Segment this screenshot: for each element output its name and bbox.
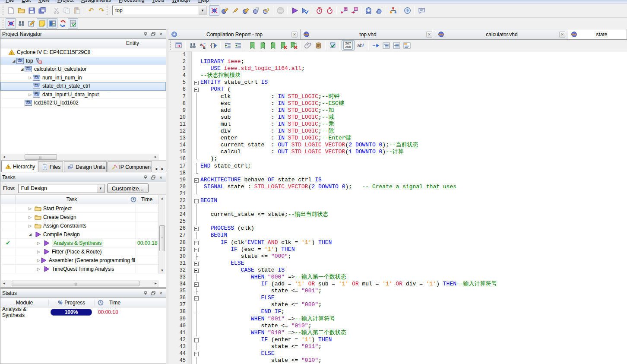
- attach-icon[interactable]: [303, 40, 313, 51]
- syntax-check-icon[interactable]: [327, 40, 338, 51]
- code-line-14[interactable]: 14 current_state : OUT STD_LOGIC_VECTOR(…: [168, 142, 627, 149]
- script-icon[interactable]: [313, 40, 323, 51]
- code-line-1[interactable]: 1: [168, 51, 627, 58]
- outline-2-icon[interactable]: [391, 40, 402, 51]
- toolbar-grip[interactable]: [107, 6, 108, 15]
- bookmark-prev-icon[interactable]: [268, 40, 278, 51]
- code-line-34[interactable]: 34 IF (add = '1' OR sub = '1' OR mul = '…: [168, 281, 627, 288]
- menu-item-file[interactable]: File: [2, 0, 18, 3]
- code-line-41[interactable]: 41 WHEN "010" =>--输入第二个数状态: [168, 329, 627, 336]
- tree-item-Cyclone IV E[interactable]: !Cyclone IV E: EP4CE115F29C8: [0, 48, 166, 57]
- code-line-6[interactable]: 6 PORT (: [168, 86, 627, 93]
- code-line-30[interactable]: 30 state <= "000";: [168, 253, 627, 260]
- code-line-15[interactable]: 15 calcul : OUT STD_LOGIC_VECTOR(1 DOWNT…: [168, 149, 627, 155]
- fold-marker[interactable]: [193, 350, 200, 357]
- module-column-header[interactable]: Module: [0, 300, 49, 306]
- menu-item-processing[interactable]: Processing: [115, 0, 148, 3]
- bookmark-del-all-icon[interactable]: [288, 40, 299, 51]
- replace-az-icon[interactable]: AB: [198, 40, 208, 51]
- cut-icon[interactable]: [51, 5, 61, 16]
- pin-icon[interactable]: [142, 174, 149, 180]
- code-editor[interactable]: 12LIBRARY ieee;3 USE ieee.std_logic_1164…: [168, 51, 627, 364]
- code-line-16[interactable]: 16 );: [168, 155, 627, 162]
- code-line-43[interactable]: 43 state <= "011";: [168, 343, 627, 350]
- fold-marker[interactable]: [193, 260, 200, 267]
- code-line-42[interactable]: 42 IF (enter = '1') THEN: [168, 336, 627, 343]
- expander-closed-icon[interactable]: ▷: [28, 206, 35, 211]
- code-line-21[interactable]: 21: [168, 190, 627, 197]
- code-line-29[interactable]: 29 IF (esc = '1') THEN: [168, 246, 627, 253]
- outline-1-icon[interactable]: [381, 40, 391, 51]
- bookmark-del-icon[interactable]: [278, 40, 288, 51]
- signal-tap-icon[interactable]: [374, 5, 384, 16]
- pin-icon[interactable]: [142, 290, 149, 296]
- task-row-assembler-generate-programming-files-[interactable]: ▷Assembler (Generate programming files): [1, 256, 165, 265]
- fold-marker[interactable]: [193, 267, 200, 274]
- unindent-icon[interactable]: [233, 40, 243, 51]
- float-icon[interactable]: [150, 174, 156, 180]
- task-row[interactable]: ▷: [1, 273, 165, 274]
- bookmark-next-icon[interactable]: [257, 40, 268, 51]
- code-line-7[interactable]: 7 clk : IN STD_LOGIC;--时钟: [168, 93, 627, 100]
- code-line-35[interactable]: 35 state <= "001";: [168, 288, 627, 294]
- chip-planner-icon[interactable]: [388, 5, 398, 16]
- code-line-24[interactable]: 24 current_state <= state;--输出当前状态: [168, 211, 627, 218]
- code-line-20[interactable]: 20 SIGNAL state : STD_LOGIC_VECTOR(2 DOW…: [168, 184, 627, 190]
- assignment-editor-icon[interactable]: [219, 5, 230, 16]
- expander-closed-icon[interactable]: ▷: [28, 76, 33, 80]
- tree-item-state_ctrl[interactable]: abcVHDstate_ctrl:i_state_ctrl: [0, 82, 166, 91]
- toolbar-grip[interactable]: [3, 6, 4, 15]
- copy-icon[interactable]: [61, 5, 72, 16]
- code-line-39[interactable]: 39 WHEN "001" =>--输入计算符号: [168, 316, 627, 323]
- task-column-header[interactable]: Task: [16, 196, 128, 203]
- customize-button[interactable]: Customize...: [107, 184, 149, 193]
- edit-pencil-icon[interactable]: [26, 18, 37, 28]
- stop-icon[interactable]: STOP: [275, 5, 285, 16]
- undo-icon[interactable]: ↶: [86, 5, 96, 16]
- task-row-compile-design[interactable]: ◢Compile Design: [1, 230, 165, 239]
- code-line-32[interactable]: 32 CASE state IS: [168, 267, 627, 274]
- chevron-down-icon[interactable]: ▼: [97, 184, 104, 193]
- redo-icon[interactable]: ↷: [96, 5, 107, 16]
- fold-marker[interactable]: [193, 239, 200, 246]
- tasks-vscrollbar[interactable]: ▲ ≡ ▼: [158, 195, 165, 274]
- feedback-icon[interactable]: [416, 5, 427, 16]
- code-line-23[interactable]: 23: [168, 204, 627, 211]
- tree-item-lcd1602[interactable]: abcVHDlcd1602:U_lcd1602: [0, 99, 166, 108]
- task-row-assign-constraints[interactable]: ▷Assign Constraints: [1, 222, 165, 230]
- menu-item-project[interactable]: Project: [54, 0, 77, 3]
- tab-scroll-right-icon[interactable]: ►: [159, 166, 166, 172]
- toolbar-grip[interactable]: [3, 19, 4, 28]
- time-column-header[interactable]: Time: [95, 299, 166, 306]
- notes-icon[interactable]: [37, 18, 47, 28]
- code-line-44[interactable]: 44 ELSE: [168, 350, 627, 357]
- editor-tab-compilation-report-top[interactable]: Compilation Report - top✕: [168, 29, 301, 39]
- toolbar-grip[interactable]: [170, 41, 172, 50]
- editor-tab-calculator.vhd[interactable]: abccalculator.vhd✕: [435, 29, 568, 39]
- close-icon[interactable]: ×: [158, 31, 164, 37]
- fold-marker[interactable]: [193, 225, 200, 232]
- settings-icon[interactable]: [240, 5, 250, 16]
- flow-combobox[interactable]: Full Design ▼: [18, 184, 104, 193]
- goto-arrow-icon[interactable]: [370, 40, 381, 51]
- code-line-19[interactable]: 19ARCHITECTURE behave OF state_ctrl IS: [168, 177, 627, 184]
- help-icon[interactable]: ?: [402, 5, 412, 16]
- task-row-timequest-timing-analysis[interactable]: ▷TimeQuest Timing Analysis: [1, 265, 165, 273]
- fold-marker[interactable]: [193, 86, 200, 93]
- tasks-hscrollbar[interactable]: ◄ ||| ►: [1, 280, 159, 287]
- fold-marker[interactable]: [193, 79, 200, 86]
- code-line-3[interactable]: 3 USE ieee.std_logic_1164.all;: [168, 65, 627, 72]
- indent-icon[interactable]: [222, 40, 233, 51]
- scroll-up-icon[interactable]: ▲: [159, 195, 165, 202]
- settings-edit-icon[interactable]: [250, 5, 261, 16]
- new-project-wizard-icon[interactable]: [209, 5, 219, 16]
- menu-item-view[interactable]: View: [35, 0, 54, 3]
- goto-brace-icon[interactable]: {}: [208, 40, 218, 51]
- close-tab-icon[interactable]: ✕: [291, 32, 298, 38]
- editor-tab-top.vhd[interactable]: abctop.vhd✕: [301, 29, 435, 39]
- scroll-down-icon[interactable]: ▼: [159, 267, 165, 274]
- close-tab-icon[interactable]: ✕: [426, 32, 432, 38]
- task-row-start-project[interactable]: ▷Start Project: [1, 204, 165, 213]
- comment-toggle-icon[interactable]: ab/: [355, 40, 367, 51]
- save-icon[interactable]: [26, 5, 37, 16]
